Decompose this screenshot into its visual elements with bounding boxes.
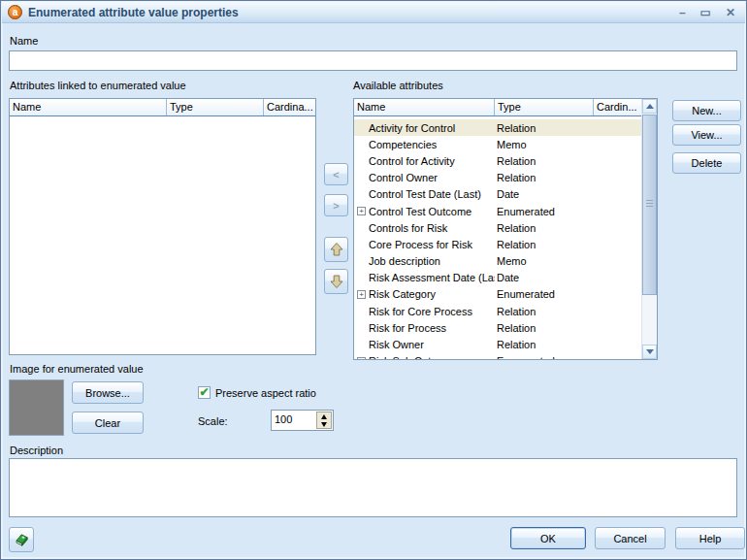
linked-attributes-list[interactable] (10, 116, 315, 354)
move-right-button[interactable]: > (324, 194, 348, 216)
move-left-icon: < (333, 169, 339, 181)
list-item[interactable]: +Risk Sub CategoryEnumerated (354, 353, 641, 359)
help-button[interactable]: Help (675, 527, 745, 549)
expand-plus-icon[interactable]: + (357, 357, 366, 359)
column-header-cardinality[interactable]: Cardina... (264, 99, 315, 115)
attribute-name: Control Test Outcome (369, 206, 495, 217)
dialog-window: a Enumerated attribute value properties … (0, 0, 747, 560)
column-header-type[interactable]: Type (167, 99, 264, 115)
available-attributes-table[interactable]: Name Type Cardin... Activity for Control… (353, 98, 658, 360)
attribute-type: Date (495, 272, 641, 283)
list-item[interactable]: Risk OwnerRelation (354, 336, 641, 352)
attribute-name: Competencies (369, 139, 495, 150)
description-label: Description (10, 445, 63, 456)
column-header-type[interactable]: Type (495, 99, 594, 115)
column-header-cardinality[interactable]: Cardin... (594, 99, 641, 115)
available-attributes-list[interactable]: Activity for ControlRelationCompetencies… (354, 116, 641, 359)
scroll-down-button[interactable] (642, 345, 657, 359)
ok-button[interactable]: OK (510, 527, 586, 549)
scale-spinner[interactable]: 100 (271, 410, 334, 431)
name-label: Name (10, 35, 38, 47)
list-item[interactable]: Activity for ControlRelation (354, 119, 641, 136)
attribute-type: Memo (495, 139, 641, 150)
list-item[interactable]: Controls for RiskRelation (354, 219, 641, 236)
list-item[interactable]: +Risk CategoryEnumerated (354, 286, 641, 303)
move-left-button[interactable]: < (324, 163, 348, 185)
available-attributes-header: Name Type Cardin... (354, 99, 641, 116)
expander-cell: + (354, 357, 369, 359)
scrollbar-thumb[interactable] (642, 115, 657, 295)
column-header-name[interactable]: Name (354, 99, 495, 115)
attribute-name: Job description (369, 255, 495, 267)
preserve-aspect-ratio-label: Preserve aspect ratio (215, 387, 316, 399)
attribute-name: Activity for Control (369, 122, 495, 134)
cancel-button[interactable]: Cancel (595, 527, 666, 549)
expander-cell: + (354, 290, 369, 299)
attribute-type: Date (495, 188, 641, 200)
checkmark-icon: ✔ (199, 386, 209, 398)
close-icon[interactable]: ✕ (726, 7, 735, 18)
move-down-button[interactable] (324, 269, 348, 294)
list-item[interactable]: Control for ActivityRelation (354, 152, 641, 169)
description-input[interactable] (9, 458, 737, 517)
scroll-down-icon (646, 349, 654, 354)
expander-cell: + (354, 207, 369, 215)
app-logo-icon: a (8, 5, 22, 19)
window-title: Enumerated attribute value properties (28, 6, 239, 19)
scroll-up-button[interactable] (642, 99, 657, 114)
attribute-type: Relation (495, 322, 641, 334)
view-button[interactable]: View... (672, 124, 741, 146)
delete-button[interactable]: Delete (672, 152, 741, 174)
attribute-name: Risk Sub Category (369, 355, 495, 359)
list-item[interactable]: +Control Test OutcomeEnumerated (354, 203, 641, 219)
spin-up-icon (321, 414, 327, 419)
view-button-label: View... (691, 129, 722, 141)
list-item[interactable]: Control OwnerRelation (354, 170, 641, 186)
help-book-button[interactable] (9, 527, 34, 552)
attribute-type: Enumerated (495, 355, 641, 359)
browse-button-label: Browse... (85, 387, 130, 399)
attribute-type: Relation (495, 239, 641, 250)
list-item[interactable]: Risk for ProcessRelation (354, 319, 641, 336)
list-item[interactable]: Risk Assessment Date (Last)Date (354, 270, 641, 286)
delete-button-label: Delete (692, 157, 723, 169)
attribute-name: Control for Activity (369, 155, 495, 167)
list-item[interactable]: Risk for Core ProcessRelation (354, 303, 641, 319)
attribute-name: Control Owner (369, 172, 495, 183)
name-input[interactable] (9, 50, 737, 71)
attribute-type: Relation (495, 222, 641, 234)
new-button[interactable]: New... (672, 100, 741, 121)
spin-up-button[interactable] (317, 412, 331, 420)
preserve-aspect-ratio-checkbox[interactable]: ✔ (198, 386, 211, 399)
attribute-type: Relation (495, 122, 641, 134)
list-item[interactable]: Core Process for RiskRelation (354, 236, 641, 252)
browse-button[interactable]: Browse... (72, 381, 144, 404)
expand-plus-icon[interactable]: + (357, 290, 366, 299)
attribute-name: Risk for Core Process (369, 306, 495, 317)
book-icon (14, 532, 30, 548)
minimize-icon[interactable]: – (679, 7, 686, 18)
move-up-button[interactable] (324, 237, 348, 262)
linked-attributes-table[interactable]: Name Type Cardina... (9, 98, 316, 355)
cancel-button-label: Cancel (613, 533, 646, 544)
list-item[interactable]: Job descriptionMemo (354, 253, 641, 270)
list-item[interactable]: Control Test Date (Last)Date (354, 186, 641, 203)
scale-value[interactable]: 100 (275, 413, 292, 425)
maximize-icon[interactable]: ▭ (700, 7, 711, 18)
move-down-icon (329, 274, 344, 289)
vertical-scrollbar[interactable] (641, 99, 657, 359)
expand-plus-icon[interactable]: + (357, 207, 366, 215)
move-right-icon: > (333, 200, 339, 212)
column-header-name[interactable]: Name (10, 99, 167, 115)
clear-button[interactable]: Clear (72, 412, 144, 434)
attribute-type: Relation (495, 339, 641, 350)
attribute-name: Risk Category (369, 288, 495, 300)
new-button-label: New... (692, 105, 722, 116)
titlebar[interactable]: a Enumerated attribute value properties … (2, 2, 745, 23)
attribute-type: Relation (495, 306, 641, 317)
window-controls: – ▭ ✕ (679, 7, 739, 18)
attribute-type: Relation (495, 155, 641, 167)
list-item[interactable]: CompetenciesMemo (354, 136, 641, 152)
spin-down-button[interactable] (317, 420, 331, 428)
attribute-type: Enumerated (495, 206, 641, 217)
